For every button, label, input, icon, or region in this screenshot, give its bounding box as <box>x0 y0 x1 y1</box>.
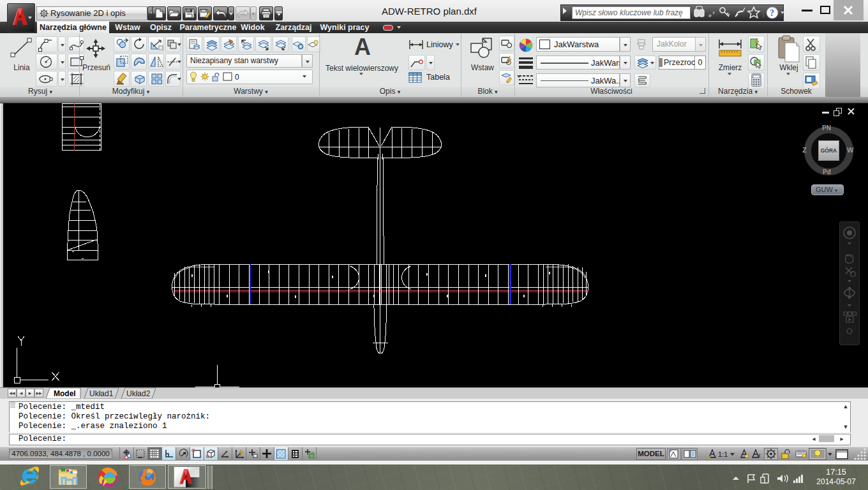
svg-text:Model: Model <box>54 389 76 398</box>
svg-text:?: ? <box>770 8 774 18</box>
svg-text:0: 0 <box>235 73 239 82</box>
svg-text:Układ2: Układ2 <box>126 389 151 398</box>
svg-text:Układ1: Układ1 <box>89 389 114 398</box>
svg-text:1:1: 1:1 <box>718 450 728 458</box>
